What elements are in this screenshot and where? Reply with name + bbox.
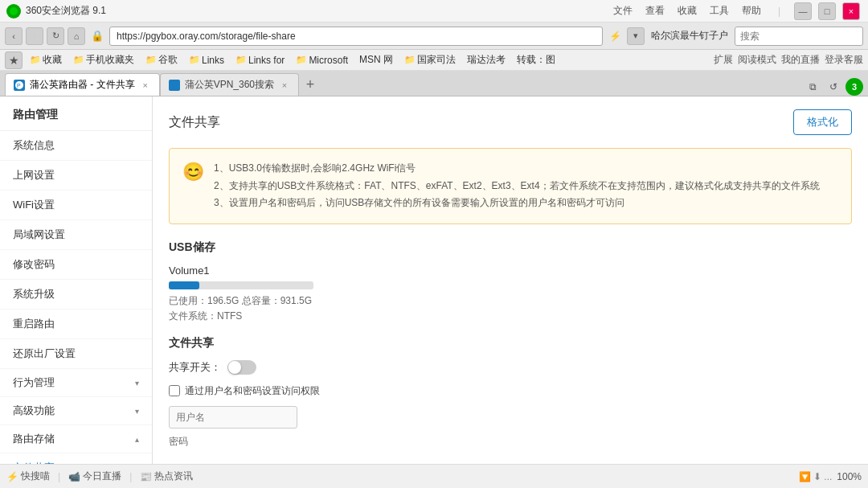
zoom-level: 100%	[837, 471, 862, 482]
sidebar-item-lan[interactable]: 局域网设置	[0, 220, 152, 250]
menu-file[interactable]: 文件	[608, 2, 637, 19]
format-button[interactable]: 格式化	[793, 109, 852, 135]
sidebar-item-internet[interactable]: 上网设置	[0, 161, 152, 191]
tab-back-btn[interactable]: ↺	[825, 78, 842, 96]
sidebar-item-upgrade[interactable]: 系统升级	[0, 280, 152, 310]
lightning-icon: ⚡	[606, 27, 624, 45]
volume-info: 已使用：196.5G 总容量：931.5G	[169, 294, 852, 308]
sidebar-item-wifi[interactable]: WiFi设置	[0, 191, 152, 220]
address-bar: ‹ › ↻ ⌂ 🔒 ⚡ ▾ 哈尔滨最牛钉子户	[0, 23, 868, 50]
toggle-knob	[228, 361, 241, 374]
bookmark-links-for[interactable]: 📁 Links for	[231, 53, 289, 68]
bookmarks-icon[interactable]: ★	[5, 51, 23, 69]
content-header: 文件共享 格式化	[169, 109, 852, 135]
sidebar-item-password[interactable]: 修改密码	[0, 250, 152, 280]
username-input[interactable]	[169, 406, 297, 429]
login-btn[interactable]: 登录客服	[825, 53, 863, 67]
sidebar-group-storage-label: 路由存储	[13, 432, 55, 446]
bookmark-label: 国家司法	[417, 53, 456, 67]
bookmark-ruida[interactable]: 瑞达法考	[463, 51, 510, 68]
home-button[interactable]: ⌂	[68, 27, 85, 45]
back-button[interactable]: ‹	[5, 27, 23, 45]
bookmark-collect[interactable]: 📁 收藏	[26, 51, 66, 68]
maximize-button[interactable]: □	[818, 2, 836, 20]
sidebar-item-fileshare[interactable]: 文件共享	[0, 453, 152, 464]
share-toggle-switch[interactable]	[227, 360, 256, 375]
tab-screenshot-btn[interactable]: ⧉	[804, 78, 821, 96]
lightning-icon-small: ⚡	[6, 471, 18, 482]
tab-360-icon[interactable]: 3	[845, 78, 863, 96]
notice-line-3: 3、设置用户名和密码后，访问USB存储文件的所有设备需要输入所设置的用户名和密码…	[214, 195, 820, 212]
folder-icon: 📁	[189, 55, 200, 65]
news-icon: 📰	[140, 471, 152, 482]
status-right: 🔽 ⬇ ... 100%	[799, 471, 862, 482]
bookmark-label: 转载：图	[517, 53, 555, 67]
sidebar-group-advanced[interactable]: 高级功能 ▾	[0, 397, 152, 425]
bookmark-links[interactable]: 📁 Links	[185, 53, 228, 68]
main-container: 路由管理 系统信息 上网设置 WiFi设置 局域网设置 修改密码 系统升级 重启…	[0, 96, 868, 464]
status-live[interactable]: 📹 今日直播	[68, 470, 121, 483]
tabs-right: ⧉ ↺ 3	[804, 78, 863, 96]
bookmark-label: Links	[202, 55, 224, 66]
status-bar: ⚡ 快搜喵 | 📹 今日直播 | 📰 热点资讯 🔽 ⬇ ... 100%	[0, 464, 868, 488]
title-bar-left: 360安全浏览器 9.1	[6, 4, 106, 18]
tab-file-share[interactable]: P 蒲公英路由器 - 文件共享 ×	[5, 73, 160, 96]
bookmark-mobile[interactable]: 📁 手机收藏夹	[69, 51, 138, 68]
bookmark-label: 谷歌	[158, 53, 178, 67]
sidebar-group-behavior-label: 行为管理	[13, 375, 55, 390]
status-quick-search[interactable]: ⚡ 快搜喵	[6, 470, 50, 483]
tabs-bar: P 蒲公英路由器 - 文件共享 × 蒲公英VPN_360搜索 × + ⧉ ↺ 3	[0, 71, 868, 96]
share-section: 文件共享 共享开关： 通过用户名和密码设置访问权限 密码	[169, 336, 852, 449]
bookmark-repost[interactable]: 转载：图	[513, 51, 559, 68]
close-button[interactable]: ×	[842, 2, 860, 20]
menu-bookmarks[interactable]: 收藏	[673, 2, 702, 19]
usb-section-title: USB储存	[169, 240, 852, 255]
bookmark-label: 瑞达法考	[467, 53, 506, 67]
checkbox-row: 通过用户名和密码设置访问权限	[169, 384, 852, 398]
minimize-button[interactable]: —	[794, 2, 812, 20]
dropdown-button[interactable]: ▾	[627, 27, 645, 45]
menu-view[interactable]: 查看	[641, 2, 669, 19]
sidebar-group-behavior[interactable]: 行为管理 ▾	[0, 369, 152, 397]
tab-vpn-search[interactable]: 蒲公英VPN_360搜索 ×	[160, 73, 299, 96]
folder-icon: 📁	[235, 55, 247, 65]
tab-close-0[interactable]: ×	[140, 80, 151, 91]
status-news[interactable]: 📰 热点资讯	[140, 470, 193, 483]
folder-icon: 📁	[296, 55, 307, 65]
status-news-label: 热点资讯	[154, 470, 193, 483]
folder-icon: 📁	[30, 55, 41, 65]
sidebar: 路由管理 系统信息 上网设置 WiFi设置 局域网设置 修改密码 系统升级 重启…	[0, 96, 153, 464]
menu-tools[interactable]: 工具	[705, 2, 734, 19]
sidebar-item-factory[interactable]: 还原出厂设置	[0, 339, 152, 369]
user-label: 哈尔滨最牛钉子户	[648, 29, 731, 43]
auth-checkbox[interactable]	[169, 385, 180, 396]
bookmark-label: 手机收藏夹	[86, 53, 134, 67]
new-tab-button[interactable]: +	[299, 73, 321, 96]
chevron-down-icon: ▾	[135, 407, 139, 416]
page-title: 文件共享	[169, 114, 220, 131]
url-input[interactable]	[109, 27, 603, 46]
sidebar-group-storage[interactable]: 路由存储 ▴	[0, 425, 152, 453]
extension-btn[interactable]: 扩展	[714, 53, 733, 67]
status-sep-1: |	[58, 471, 60, 482]
bookmark-msn[interactable]: MSN 网	[355, 51, 397, 68]
bookmark-microsoft[interactable]: 📁 Microsoft	[292, 53, 352, 68]
notice-line-1: 1、USB3.0传输数据时,会影响2.4GHz WiFi信号	[214, 160, 820, 178]
live-btn[interactable]: 我的直播	[781, 53, 820, 67]
tab-favicon-0: P	[14, 80, 25, 91]
search-input[interactable]	[735, 27, 863, 46]
status-live-label: 今日直播	[83, 470, 121, 483]
tab-close-1[interactable]: ×	[279, 80, 290, 91]
title-bar-right: 文件 查看 收藏 工具 帮助 | — □ ×	[608, 2, 862, 20]
volume-fs: 文件系统：NTFS	[169, 310, 852, 323]
folder-icon: 📁	[73, 55, 84, 65]
content-area: 文件共享 格式化 😊 1、USB3.0传输数据时,会影响2.4GHz WiFi信…	[153, 96, 868, 464]
refresh-button[interactable]: ↻	[47, 27, 64, 45]
sidebar-item-sysinfo[interactable]: 系统信息	[0, 131, 152, 161]
reader-btn[interactable]: 阅读模式	[738, 53, 776, 67]
sidebar-item-reboot[interactable]: 重启路由	[0, 310, 152, 339]
bookmark-google[interactable]: 📁 谷歌	[141, 51, 182, 68]
menu-help[interactable]: 帮助	[737, 2, 766, 19]
bookmark-law[interactable]: 📁 国家司法	[400, 51, 460, 68]
forward-button[interactable]: ›	[26, 27, 43, 45]
